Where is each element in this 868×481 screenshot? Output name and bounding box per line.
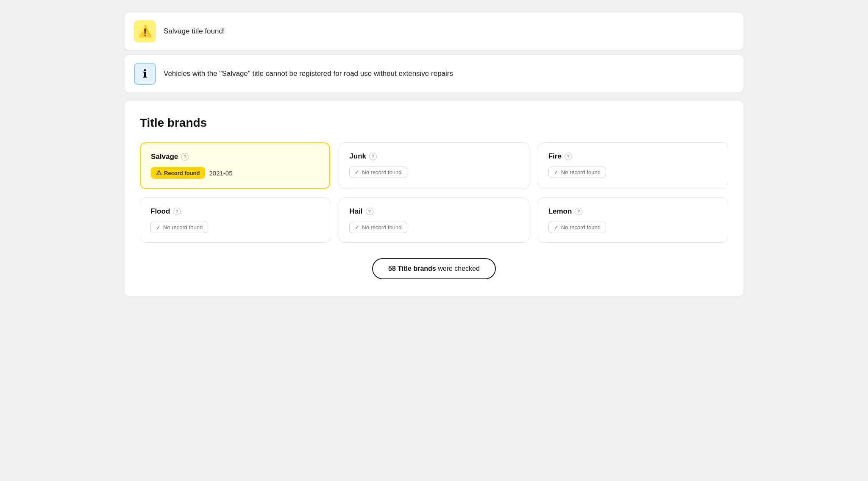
- check-icon-junk: ✓: [355, 169, 359, 175]
- warning-triangle-icon: ⚠️: [138, 25, 152, 38]
- fire-no-record-badge: ✓ No record found: [548, 167, 606, 178]
- brand-title-flood: Flood ?: [150, 207, 320, 216]
- help-icon-salvage[interactable]: ?: [181, 153, 189, 161]
- help-icon-junk[interactable]: ?: [369, 153, 377, 160]
- page-container: ⚠️ Salvage title found! ℹ Vehicles with …: [125, 13, 743, 296]
- help-icon-fire[interactable]: ?: [565, 153, 572, 160]
- salvage-alert-text: Salvage title found!: [164, 27, 225, 36]
- info-alert-icon: ℹ: [134, 63, 156, 85]
- lemon-status-label: No record found: [561, 224, 601, 231]
- lemon-no-record-badge: ✓ No record found: [548, 222, 606, 233]
- title-brands-section: Title brands Salvage ? ⚠ Record found 20…: [125, 101, 743, 296]
- brand-card-salvage: Salvage ? ⚠ Record found 2021-05: [140, 142, 330, 189]
- brand-card-fire: Fire ? ✓ No record found: [538, 142, 728, 189]
- salvage-record-date: 2021-05: [209, 170, 233, 177]
- junk-status-label: No record found: [362, 169, 401, 175]
- brand-title-hail: Hail ?: [349, 207, 518, 216]
- junk-no-record-badge: ✓ No record found: [349, 167, 407, 178]
- check-icon-hail: ✓: [355, 224, 359, 231]
- brand-title-junk: Junk ?: [349, 152, 518, 161]
- hail-no-record-badge: ✓ No record found: [349, 222, 407, 233]
- salvage-status-label: Record found: [164, 170, 200, 176]
- brand-title-fire: Fire ?: [548, 152, 718, 161]
- help-icon-lemon[interactable]: ?: [575, 208, 582, 215]
- salvage-badge-row: ⚠ Record found 2021-05: [151, 167, 319, 179]
- brand-label-lemon: Lemon: [548, 207, 572, 216]
- salvage-alert-card: ⚠️ Salvage title found!: [125, 13, 743, 50]
- brand-label-junk: Junk: [349, 152, 366, 161]
- summary-pill-container: 58 Title brands were checked: [140, 258, 728, 279]
- warning-alert-icon: ⚠️: [134, 20, 156, 42]
- brand-card-flood: Flood ? ✓ No record found: [140, 197, 330, 243]
- check-icon-lemon: ✓: [554, 224, 559, 231]
- brand-label-hail: Hail: [349, 207, 362, 216]
- help-icon-hail[interactable]: ?: [366, 208, 373, 215]
- section-title: Title brands: [140, 116, 728, 130]
- brand-label-flood: Flood: [150, 207, 170, 216]
- flood-no-record-badge: ✓ No record found: [150, 222, 208, 233]
- brands-grid: Salvage ? ⚠ Record found 2021-05 Junk ?: [140, 142, 728, 243]
- brand-title-salvage: Salvage ?: [151, 153, 319, 161]
- summary-count-label: Title brands: [398, 265, 438, 272]
- info-alert-card: ℹ Vehicles with the "Salvage" title cann…: [125, 55, 743, 92]
- salvage-warning-icon: ⚠: [156, 169, 161, 177]
- check-icon-fire: ✓: [554, 169, 559, 175]
- salvage-record-found-badge: ⚠ Record found: [151, 167, 205, 179]
- brand-title-lemon: Lemon ?: [548, 207, 718, 216]
- brand-card-lemon: Lemon ? ✓ No record found: [538, 197, 728, 243]
- info-alert-text: Vehicles with the "Salvage" title cannot…: [164, 70, 453, 78]
- summary-count: 58: [388, 265, 398, 272]
- hail-status-label: No record found: [362, 224, 401, 231]
- help-icon-flood[interactable]: ?: [173, 208, 181, 215]
- brand-card-hail: Hail ? ✓ No record found: [339, 197, 529, 243]
- brand-card-junk: Junk ? ✓ No record found: [339, 142, 529, 189]
- brand-label-salvage: Salvage: [151, 153, 178, 161]
- info-circle-icon: ℹ: [143, 67, 147, 81]
- summary-suffix: were checked: [438, 265, 480, 272]
- check-icon-flood: ✓: [156, 224, 161, 231]
- summary-pill: 58 Title brands were checked: [372, 258, 496, 279]
- fire-status-label: No record found: [561, 169, 601, 175]
- brand-label-fire: Fire: [548, 152, 562, 161]
- flood-status-label: No record found: [163, 224, 203, 231]
